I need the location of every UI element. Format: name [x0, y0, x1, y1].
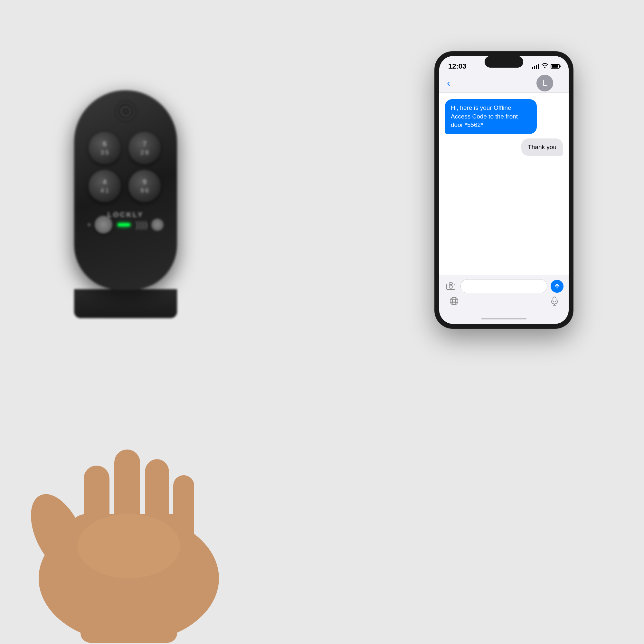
signal-icon	[532, 64, 539, 69]
smart-lock: 63 5 72 8 44 1 99 6 LOCKLY ))))	[64, 90, 187, 316]
lock-camera	[117, 102, 135, 120]
globe-icon[interactable]	[450, 297, 459, 308]
svg-rect-17	[553, 297, 556, 302]
camera-button[interactable]	[444, 280, 457, 293]
lock-body: 63 5 72 8 44 1 99 6 LOCKLY ))))	[74, 90, 177, 290]
key-button-3: 44 1	[89, 170, 121, 202]
home-bar	[439, 313, 569, 324]
lock-button-right	[151, 219, 164, 231]
status-time: 12:03	[448, 62, 466, 71]
phone-screen: 12:03	[439, 56, 569, 324]
key-button-1: 63 5	[89, 132, 121, 164]
navigation-bar: ‹ L	[439, 73, 569, 93]
mic-icon[interactable]	[551, 297, 558, 308]
wifi-icon	[542, 63, 548, 70]
dynamic-island	[485, 56, 523, 68]
nfc-icon: ))))	[136, 220, 147, 230]
svg-point-8	[77, 514, 180, 578]
message-input[interactable]	[460, 279, 547, 293]
input-area	[439, 275, 569, 313]
phone-outer: 12:03	[435, 52, 573, 328]
input-row	[444, 279, 563, 293]
keyboard-row	[444, 293, 563, 309]
svg-rect-7	[81, 594, 177, 643]
keypad-grid: 63 5 72 8 44 1 99 6	[89, 132, 163, 202]
message-bubble-received: Thank you	[521, 138, 563, 156]
key-button-4: 99 6	[128, 170, 161, 202]
battery-icon	[551, 64, 560, 69]
send-button[interactable]	[551, 280, 563, 293]
svg-rect-11	[449, 283, 452, 284]
status-icons	[532, 63, 560, 70]
svg-point-10	[449, 285, 452, 289]
messages-area: Hi, here is your Offline Access Code to …	[439, 93, 569, 275]
lock-indicator-row: ))))	[88, 216, 164, 233]
key-button-2: 72 8	[128, 132, 161, 164]
lock-fingerprint-sensor	[95, 216, 112, 233]
lock-green-led	[118, 223, 130, 226]
back-button[interactable]: ‹	[447, 78, 450, 88]
hand	[16, 289, 241, 644]
lock-dot-left	[88, 223, 91, 226]
contact-avatar[interactable]: L	[536, 75, 553, 91]
phone: 12:03	[435, 52, 573, 328]
scene: 63 5 72 8 44 1 99 6 LOCKLY ))))	[0, 0, 644, 644]
home-indicator	[481, 318, 526, 319]
message-bubble-sent: Hi, here is your Offline Access Code to …	[445, 99, 537, 134]
